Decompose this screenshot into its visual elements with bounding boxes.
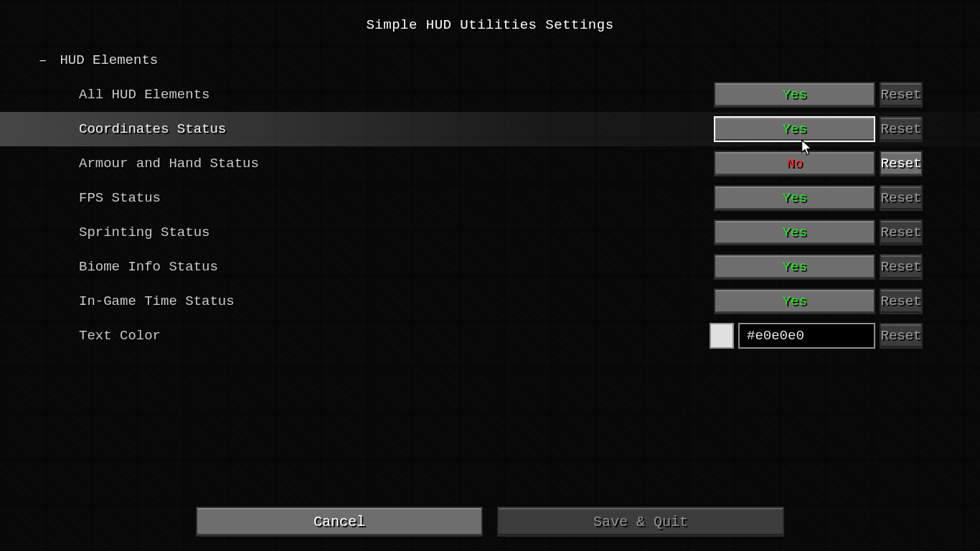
- setting-controls: YesReset: [714, 254, 923, 280]
- section-label: HUD Elements: [60, 52, 158, 68]
- toggle-value-yes: Yes: [782, 121, 806, 137]
- setting-controls: #e0e0e0Reset: [710, 323, 923, 349]
- setting-controls: YesReset: [714, 220, 923, 245]
- page-title: Simple HUD Utilities Settings: [0, 17, 980, 33]
- toggle-biome-info-status[interactable]: Yes: [714, 254, 875, 280]
- setting-row-biome-info-status: Biome Info StatusYesReset: [0, 250, 980, 284]
- toggle-value-no: No: [786, 156, 803, 171]
- reset-button-text-color: Reset: [880, 323, 923, 349]
- toggle-ingame-time-status[interactable]: Yes: [714, 288, 875, 314]
- settings-list: – HUD Elements All HUD ElementsYesResetC…: [0, 43, 980, 502]
- setting-label: All HUD Elements: [79, 87, 209, 103]
- setting-label: Biome Info Status: [79, 259, 218, 275]
- setting-controls: YesReset: [714, 116, 923, 142]
- setting-row-all-hud-elements: All HUD ElementsYesReset: [0, 77, 980, 112]
- reset-button-armour-hand-status[interactable]: Reset: [880, 151, 923, 176]
- toggle-all-hud-elements[interactable]: Yes: [714, 82, 875, 108]
- reset-button-coordinates-status: Reset: [880, 116, 923, 142]
- reset-button-sprinting-status: Reset: [880, 220, 923, 245]
- footer: Cancel Save & Quit: [0, 507, 980, 542]
- color-swatch[interactable]: [710, 323, 734, 349]
- toggle-value-yes: Yes: [782, 190, 806, 206]
- setting-controls: YesReset: [714, 82, 923, 108]
- setting-controls: YesReset: [714, 185, 923, 211]
- setting-label: Armour and Hand Status: [79, 156, 259, 171]
- setting-row-ingame-time-status: In-Game Time StatusYesReset: [0, 284, 980, 319]
- save-quit-button[interactable]: Save & Quit: [497, 507, 784, 537]
- setting-controls: YesReset: [714, 288, 923, 314]
- setting-label: FPS Status: [79, 190, 161, 206]
- setting-row-armour-hand-status: Armour and Hand StatusNoReset: [0, 146, 980, 181]
- reset-button-all-hud-elements: Reset: [880, 82, 923, 108]
- cancel-button[interactable]: Cancel: [196, 507, 483, 537]
- reset-button-fps-status: Reset: [880, 185, 923, 211]
- reset-button-ingame-time-status: Reset: [880, 288, 923, 314]
- setting-row-coordinates-status: Coordinates StatusYesReset: [0, 112, 980, 146]
- collapse-icon: –: [39, 52, 47, 68]
- toggle-value-yes: Yes: [782, 259, 806, 275]
- toggle-armour-hand-status[interactable]: No: [714, 151, 875, 176]
- toggle-value-yes: Yes: [782, 225, 806, 240]
- toggle-value-yes: Yes: [782, 293, 806, 309]
- section-hud-elements[interactable]: – HUD Elements: [0, 43, 980, 77]
- toggle-sprinting-status[interactable]: Yes: [714, 220, 875, 245]
- setting-controls: NoReset: [714, 151, 923, 176]
- toggle-value-yes: Yes: [782, 87, 806, 103]
- setting-label: Text Color: [79, 328, 161, 344]
- color-input[interactable]: #e0e0e0: [738, 323, 875, 349]
- setting-label: In-Game Time Status: [79, 293, 235, 309]
- setting-label: Coordinates Status: [79, 121, 226, 137]
- toggle-fps-status[interactable]: Yes: [714, 185, 875, 211]
- reset-button-biome-info-status: Reset: [880, 254, 923, 280]
- toggle-coordinates-status[interactable]: Yes: [714, 116, 875, 142]
- setting-row-text-color: Text Color#e0e0e0Reset: [0, 319, 980, 353]
- setting-label: Sprinting Status: [79, 225, 209, 240]
- setting-row-fps-status: FPS StatusYesReset: [0, 181, 980, 215]
- setting-row-sprinting-status: Sprinting StatusYesReset: [0, 215, 980, 250]
